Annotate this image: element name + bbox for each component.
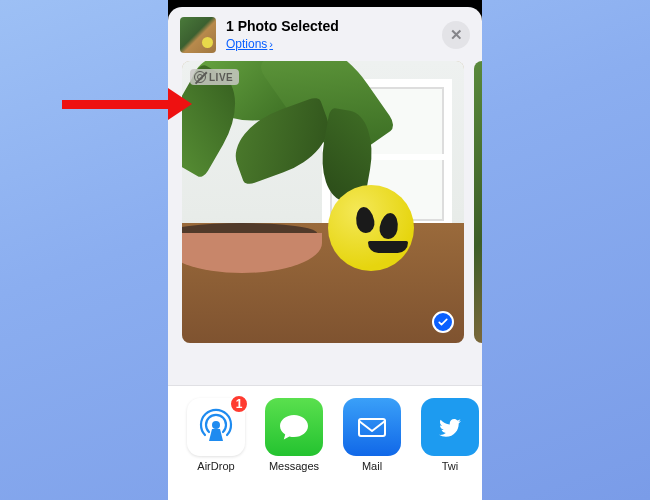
share-targets-row[interactable]: 1 AirDrop Messages <box>168 385 482 500</box>
header-thumbnail[interactable] <box>180 17 216 53</box>
close-icon: ✕ <box>450 26 463 44</box>
svg-point-0 <box>212 421 220 429</box>
callout-arrow <box>62 94 192 114</box>
share-target-messages[interactable]: Messages <box>264 398 324 500</box>
live-label: LIVE <box>209 72 233 83</box>
next-photo-peek[interactable] <box>474 61 482 343</box>
live-photo-badge[interactable]: LIVE <box>190 69 239 85</box>
twitter-label: Twi <box>420 460 480 472</box>
live-off-icon <box>194 71 206 83</box>
twitter-icon <box>433 410 467 444</box>
selected-photo[interactable]: LIVE <box>182 61 464 343</box>
mail-icon <box>353 408 391 446</box>
mail-label: Mail <box>342 460 402 472</box>
svg-rect-1 <box>359 419 385 436</box>
messages-icon <box>276 409 312 445</box>
airdrop-badge: 1 <box>229 394 249 414</box>
share-target-twitter[interactable]: Twi <box>420 398 480 500</box>
options-label: Options <box>226 37 267 51</box>
share-target-airdrop[interactable]: 1 AirDrop <box>186 398 246 500</box>
close-button[interactable]: ✕ <box>442 21 470 49</box>
chevron-right-icon: › <box>269 38 273 50</box>
airdrop-icon <box>196 407 236 447</box>
photo-preview-scroller[interactable]: LIVE <box>168 61 482 349</box>
share-header: 1 Photo Selected Options › ✕ <box>168 7 482 61</box>
messages-label: Messages <box>264 460 324 472</box>
options-link[interactable]: Options › <box>226 37 273 51</box>
phone-frame: 1 Photo Selected Options › ✕ <box>168 0 482 500</box>
airdrop-label: AirDrop <box>186 460 246 472</box>
selection-checkmark[interactable] <box>432 311 454 333</box>
selection-title: 1 Photo Selected <box>226 18 432 34</box>
share-target-mail[interactable]: Mail <box>342 398 402 500</box>
checkmark-icon <box>437 316 449 328</box>
share-sheet: 1 Photo Selected Options › ✕ <box>168 7 482 500</box>
